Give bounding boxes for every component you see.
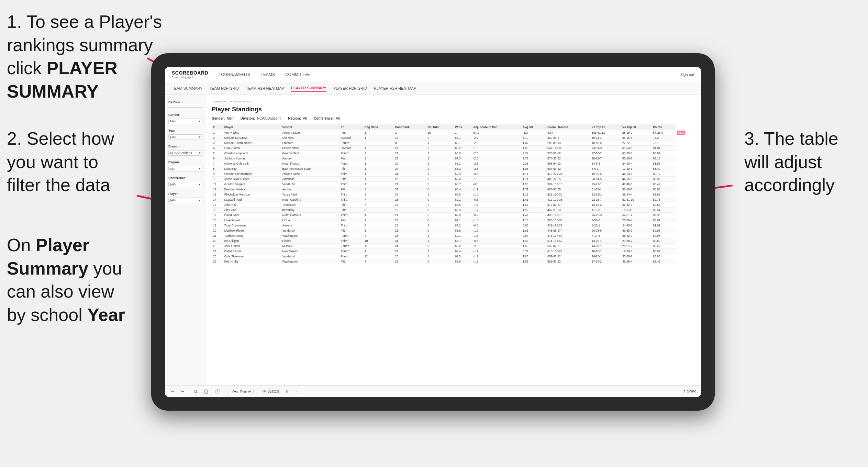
undo-btn[interactable]: ↩ <box>170 388 176 394</box>
table-cell: Bastien Amat <box>223 249 281 254</box>
player-standings-table: # Player School Yr Reg Rank Conf Rank No… <box>212 124 695 264</box>
sub-nav-player-h2h-grid[interactable]: PLAYER H2H GRID <box>333 85 367 92</box>
table-cell: 81.81 <box>652 223 676 228</box>
share-btn[interactable]: ↗ Share <box>683 389 696 393</box>
download-btn[interactable]: ⬇ <box>284 388 290 394</box>
table-cell: 1 <box>426 171 454 177</box>
table-cell: 2 <box>426 166 454 171</box>
table-cell: -1.2 <box>472 254 521 259</box>
table-cell: 69.3 <box>454 254 472 259</box>
table-cell: -0.5 <box>472 171 521 177</box>
table-cell: 25-22-1 <box>590 182 621 187</box>
table-cell: 7 <box>363 197 394 202</box>
table-cell: 562-82-23 <box>546 259 590 264</box>
bottom-toolbar: ↩ ↪ ⧉ 📋 🕐 View: Original 👁 Watch ⬇ ⋮ ↗ S… <box>165 385 701 397</box>
table-cell: 80.69 <box>652 238 676 244</box>
redo-btn[interactable]: ↪ <box>179 388 186 394</box>
table-cell: Jack Lundin <box>223 244 281 249</box>
stats-btn[interactable]: ⋮ <box>293 388 300 394</box>
table-cell: 27 <box>393 161 426 166</box>
division-select[interactable]: NCAA Division I ▾ <box>168 150 202 156</box>
table-cell: 23 <box>393 223 426 228</box>
table-cell: 8 <box>212 166 223 171</box>
table-cell: Third <box>340 197 363 202</box>
table-cell: -1.5 <box>472 177 521 182</box>
nav-committee[interactable]: COMMITTEE <box>285 71 310 78</box>
sidebar-region: Region N/A ▾ <box>168 160 202 171</box>
table-cell: Vanderbilt <box>281 228 339 233</box>
table-cell: 80.77 <box>652 171 676 177</box>
table-row: 4Luke ClatonFlorida StateSecond127268.2-… <box>212 146 695 151</box>
table-cell: 2 <box>426 249 454 254</box>
no-rds-slider[interactable] <box>168 107 202 108</box>
table-cell: 20-14-5 <box>590 177 621 182</box>
filter-conference: Conference: All <box>314 116 340 120</box>
sub-nav-player-summary[interactable]: PLAYER SUMMARY <box>291 85 326 92</box>
table-cell: 5 <box>363 187 394 192</box>
sub-nav-team-summary[interactable]: TEAM SUMMARY <box>172 85 203 92</box>
table-cell: 5 <box>212 151 223 156</box>
table-cell: 10-10-2 <box>590 141 621 146</box>
table-cell: Florida <box>281 238 339 244</box>
table-cell: 25-42-9 <box>621 233 652 238</box>
nav-tournaments[interactable]: TOURNAMENTS <box>219 71 250 78</box>
table-cell: 0 <box>426 202 454 208</box>
table-cell: Petr Hruby <box>223 259 281 264</box>
table-cell: Wenyi Ding <box>223 130 281 135</box>
table-cell: 20 <box>212 228 223 233</box>
table-cell: 69.0 <box>454 192 472 197</box>
table-cell: 10-15-1 <box>590 249 621 254</box>
table-cell: 82.54 <box>652 208 676 213</box>
table-cell: 83.67 <box>652 218 676 223</box>
nav-teams[interactable]: TEAMS <box>261 71 275 78</box>
col-player: Player <box>223 124 281 130</box>
table-cell: 2.01 <box>521 161 546 166</box>
table-cell: 2 <box>426 151 454 156</box>
table-cell: 473-177-57 <box>546 233 590 238</box>
gender-select[interactable]: Men ▾ <box>168 119 202 124</box>
table-row: 14Maxwell FordNorth CarolinaThird723069.… <box>212 197 695 202</box>
region-select[interactable]: N/A ▾ <box>168 166 202 171</box>
table-cell: 83.95 <box>652 254 676 259</box>
col-rank: # <box>212 124 223 130</box>
table-row: 13Phichakun MaichonTexas A&MThird630169.… <box>212 192 695 197</box>
table-row: 3Michael ThorbjornsenStanfordFourth28168… <box>212 141 695 146</box>
table-cell: Auburn <box>281 156 339 161</box>
table-cell: 2.72 <box>521 156 546 161</box>
col-no-rds: No. Rds. <box>426 124 454 130</box>
conference-select[interactable]: (All) ▾ <box>168 182 202 187</box>
table-cell: Alex Goff <box>223 208 281 213</box>
table-cell: Auburn <box>281 187 339 192</box>
player-select[interactable]: (All) ▾ <box>168 198 202 203</box>
table-cell: First <box>340 156 363 161</box>
paste-btn[interactable]: 📋 <box>202 388 210 394</box>
copy-btn[interactable]: ⧉ <box>193 388 199 394</box>
no-rds-label: No Rds. <box>168 100 202 103</box>
table-cell: 68.6 <box>454 244 472 249</box>
year-select[interactable]: (All) ▾ <box>168 134 202 140</box>
table-cell: Fifth <box>340 177 363 182</box>
table-cell: Brendan Valdes <box>223 187 281 192</box>
view-original-btn[interactable]: View: Original <box>229 389 254 394</box>
table-cell: Tiger Christensen <box>223 223 281 228</box>
table-cell: 0 <box>426 177 454 182</box>
table-row: 7Nicholas GabrelcikNorth FloridaFourth12… <box>212 161 695 166</box>
table-cell: 21 <box>393 182 426 187</box>
table-cell: 0.96 <box>521 223 546 228</box>
table-cell: 2 <box>426 146 454 151</box>
table-cell: 83.45 <box>652 259 676 264</box>
sign-out-link[interactable]: Sign out <box>680 73 694 77</box>
table-cell: UCLA <box>281 218 339 223</box>
watch-btn[interactable]: 👁 Watch <box>261 388 280 394</box>
table-cell: Third <box>340 213 363 218</box>
sidebar-gender: Gender Men ▾ <box>168 113 202 124</box>
table-cell: Arizona State <box>281 171 339 177</box>
table-cell: 12 <box>212 187 223 192</box>
sub-nav-team-h2h-heatmap[interactable]: TEAM H2H HEATMAP <box>246 85 284 92</box>
table-row: 9Preston SummerhaysArizona StateThird134… <box>212 171 695 177</box>
table-cell: Fourth <box>340 161 363 166</box>
clock-btn[interactable]: 🕐 <box>213 388 221 394</box>
table-cell: 6 <box>363 192 394 197</box>
sub-nav-player-h2h-heatmap[interactable]: PLAYER H2H HEATMAP <box>374 85 416 92</box>
sub-nav-team-h2h-grid[interactable]: TEAM H2H GRID <box>210 85 239 92</box>
